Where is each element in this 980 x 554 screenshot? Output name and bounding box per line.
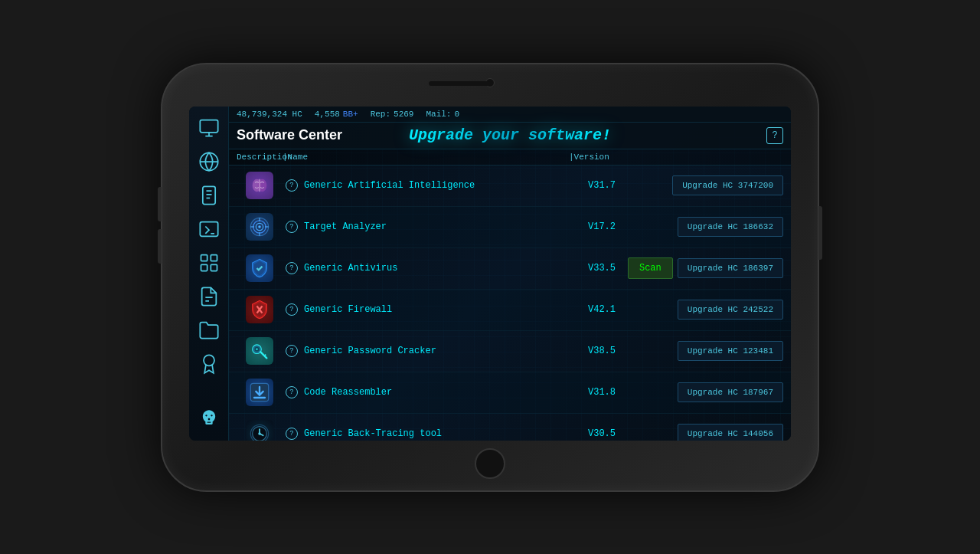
app-name-0: Generic Artificial Intelligence <box>298 180 588 191</box>
upgrade-button-0[interactable]: Upgrade HC 3747200 <box>672 175 783 195</box>
app-icon-cell <box>237 296 283 323</box>
bb-stat: 4,558 BB+ <box>315 110 358 119</box>
app-version-4: V38.5 <box>588 346 630 356</box>
app-icon-target <box>246 213 273 241</box>
upgrade-button-5[interactable]: Upgrade HC 187967 <box>678 382 783 402</box>
app-icon-brain <box>246 172 273 199</box>
app-icon-cell <box>237 254 283 282</box>
hc-stat: 48,739,324 HC <box>237 110 302 119</box>
svg-rect-11 <box>201 254 207 261</box>
app-version-1: V17.2 <box>588 221 630 232</box>
help-button[interactable]: ? <box>766 127 783 144</box>
col-version-header: |Version <box>569 152 630 162</box>
app-actions-4: Upgrade HC 123481 <box>630 341 783 361</box>
svg-point-30 <box>256 349 257 350</box>
help-icon-3[interactable]: ? <box>286 303 298 316</box>
hc-value: 48,739,324 HC <box>237 110 302 119</box>
upgrade-button-6[interactable]: Upgrade HC 144056 <box>678 424 783 441</box>
mail-stat: Mail: 0 <box>426 110 459 119</box>
sidebar-item-monitor[interactable] <box>194 113 224 143</box>
column-headers: Description |Name |Version <box>229 149 791 166</box>
sidebar-item-terminal[interactable] <box>194 214 224 244</box>
svg-rect-0 <box>200 120 217 132</box>
upgrade-button-3[interactable]: Upgrade HC 242522 <box>678 300 783 320</box>
app-icon-shield-red <box>246 296 273 323</box>
speaker <box>429 81 490 86</box>
help-icon-1[interactable]: ? <box>286 221 298 233</box>
app-icon-cell <box>237 420 283 441</box>
rep-value: 5269 <box>394 110 413 119</box>
svg-rect-13 <box>201 264 207 270</box>
phone-frame: 48,739,324 HC 4,558 BB+ Rep: 5269 Mail: … <box>161 63 819 492</box>
app-name-4: Generic Password Cracker <box>298 346 588 356</box>
header: Software Center Upgrade your software! ? <box>229 123 791 149</box>
table-row: ? Generic Artificial Intelligence V31.7 … <box>229 166 791 207</box>
app-icon-cell <box>237 337 283 365</box>
app-actions-0: Upgrade HC 3747200 <box>630 175 783 195</box>
help-icon-0[interactable]: ? <box>286 179 298 192</box>
table-row: ? Code Reassembler V31.8 Upgrade HC 1879… <box>229 372 791 414</box>
sidebar-item-notes[interactable] <box>194 281 224 312</box>
upgrade-button-1[interactable]: Upgrade HC 186632 <box>678 217 783 237</box>
sidebar-item-files[interactable] <box>194 315 224 346</box>
power-button[interactable] <box>818 206 822 260</box>
app-icon-shield-blue <box>246 254 273 282</box>
app-icon-clock <box>246 420 273 441</box>
app-name-3: Generic Firewall <box>298 304 588 315</box>
app-icon-download <box>246 379 273 406</box>
app-actions-3: Upgrade HC 242522 <box>630 300 783 320</box>
help-icon-2[interactable]: ? <box>286 262 298 274</box>
app-name-1: Target Analyzer <box>298 221 588 232</box>
table-row: ? Generic Antivirus V33.5 Scan Upgrade H… <box>229 248 791 290</box>
home-button[interactable] <box>475 448 505 479</box>
mail-label: Mail: <box>426 110 451 119</box>
svg-rect-12 <box>211 254 217 261</box>
header-slogan: Upgrade your software! <box>409 126 611 144</box>
stats-bar: 48,739,324 HC 4,558 BB+ Rep: 5269 Mail: … <box>229 107 791 123</box>
svg-point-19 <box>258 179 267 192</box>
svg-rect-5 <box>202 186 214 204</box>
help-icon-6[interactable]: ? <box>286 428 298 440</box>
svg-rect-14 <box>211 264 217 270</box>
table-row: ? Generic Password Cracker V38.5 Upgrade… <box>229 331 791 372</box>
table-row: ? Generic Back-Tracing tool V30.5 Upgrad… <box>229 414 791 441</box>
app-name-6: Generic Back-Tracing tool <box>298 428 588 439</box>
table-row: ? Target Analyzer V17.2 Upgrade HC 18663… <box>229 207 791 248</box>
app-version-5: V31.8 <box>588 387 630 398</box>
help-icon-5[interactable]: ? <box>286 386 298 398</box>
volume-up-button[interactable] <box>158 187 162 221</box>
upgrade-button-2[interactable]: Upgrade HC 186397 <box>678 258 783 278</box>
app-name-5: Code Reassembler <box>298 387 588 398</box>
sidebar-item-software[interactable] <box>194 247 224 278</box>
app-actions-1: Upgrade HC 186632 <box>630 217 783 237</box>
app-icon-cell <box>237 213 283 241</box>
svg-point-23 <box>258 225 261 228</box>
app-version-6: V30.5 <box>588 428 630 439</box>
sidebar-item-network[interactable] <box>194 146 224 177</box>
screen: 48,739,324 HC 4,558 BB+ Rep: 5269 Mail: … <box>189 107 791 441</box>
app-icon-key <box>246 337 273 365</box>
app-version-3: V42.1 <box>588 304 630 315</box>
sidebar-item-profile[interactable] <box>194 404 224 434</box>
app-actions-5: Upgrade HC 187967 <box>630 382 783 402</box>
rep-label: Rep: <box>371 110 390 119</box>
col-desc-header: Description <box>237 152 283 162</box>
app-actions-6: Upgrade HC 144056 <box>630 424 783 441</box>
volume-down-button[interactable] <box>158 229 162 264</box>
main-panel: 48,739,324 HC 4,558 BB+ Rep: 5269 Mail: … <box>229 107 791 441</box>
scan-button[interactable]: Scan <box>628 257 673 279</box>
upgrade-button-4[interactable]: Upgrade HC 123481 <box>678 341 783 361</box>
app-name-2: Generic Antivirus <box>298 263 588 274</box>
app-version-0: V31.7 <box>588 180 630 191</box>
sidebar-item-tasks[interactable] <box>194 180 224 211</box>
table-row: ? Generic Firewall V42.1 Upgrade HC 2425… <box>229 290 791 331</box>
app-actions-2: Scan Upgrade HC 186397 <box>630 257 783 279</box>
app-icon-cell <box>237 172 283 199</box>
software-list: ? Generic Artificial Intelligence V31.7 … <box>229 166 791 441</box>
col-name-header: |Name <box>283 152 569 162</box>
app-icon-cell <box>237 379 283 406</box>
help-icon-4[interactable]: ? <box>286 345 298 357</box>
sidebar-item-achievements[interactable] <box>194 349 224 379</box>
bb-value: 4,558 <box>315 110 340 119</box>
bb-label: BB+ <box>343 110 358 119</box>
